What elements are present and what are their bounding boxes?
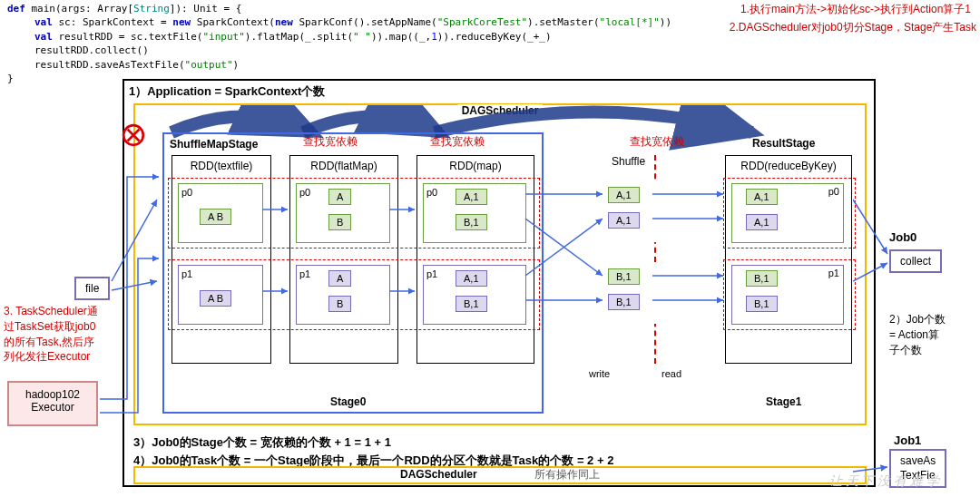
job1-label: Job1 bbox=[894, 434, 921, 447]
cancel-icon bbox=[122, 123, 145, 147]
job-count: 2）Job个数= Action算子个数 bbox=[889, 312, 946, 358]
chip: A,1 bbox=[608, 187, 640, 203]
job0-label: Job0 bbox=[889, 230, 916, 244]
dag-scheduler-box: DAGScheduler 查找宽依赖 查找宽依赖 查找宽依赖 ShuffleMa… bbox=[133, 103, 867, 425]
rdd-rbk-title: RDD(reduceByKey) bbox=[726, 156, 851, 177]
note-1: 1.执行main方法->初始化sc->执行到Action算子1 bbox=[740, 2, 971, 17]
task-0-1 bbox=[168, 259, 540, 330]
shuffle-title: Shuffle bbox=[612, 155, 645, 168]
task-1-1 bbox=[723, 259, 856, 330]
collect-box: collect bbox=[889, 249, 942, 273]
sms-title: ShuffleMapStage bbox=[170, 138, 258, 151]
write-label: write bbox=[589, 368, 610, 379]
task-0-0 bbox=[168, 178, 540, 248]
chip: A,1 bbox=[608, 212, 640, 229]
dep-label-3: 查找宽依赖 bbox=[630, 134, 684, 150]
executor-box: hadoop102Executor bbox=[7, 381, 98, 426]
file-box: file bbox=[74, 277, 110, 300]
dag-scheduler-box-2: DAGScheduler 所有操作同上 bbox=[133, 466, 867, 484]
rdd-fm-title: RDD(flatMap) bbox=[290, 156, 397, 177]
watermark: 让 天 下 没 有 难 学 bbox=[829, 473, 939, 490]
rdd-tf-title: RDD(textfile) bbox=[172, 156, 270, 177]
rdd-map-title: RDD(map) bbox=[417, 156, 534, 177]
shuffle-p0: A,1 A,1 bbox=[589, 182, 689, 242]
note-2: 2.DAGScheduler对job0切分Stage，Stage产生Task bbox=[730, 20, 976, 35]
main-diagram: 1）Application = SparkContext个数 DAGSchedu… bbox=[122, 79, 876, 487]
task-1-0 bbox=[723, 178, 856, 248]
dag-extra: 所有操作同上 bbox=[534, 468, 600, 481]
title-3: 3）Job0的Stage个数 = 宽依赖的个数 + 1 = 1 + 1 bbox=[133, 434, 391, 451]
note-3: 3. TaskScheduler通过TaskSet获取job0的所有Task,然… bbox=[4, 304, 98, 365]
stage1-label: Stage1 bbox=[766, 395, 801, 408]
read-label: read bbox=[662, 368, 681, 379]
dag-label-2: DAGScheduler bbox=[400, 468, 477, 481]
shuffle-p1: B,1 B,1 bbox=[589, 264, 689, 324]
stage0-label: Stage0 bbox=[330, 395, 366, 408]
result-stage-title: ResultStage bbox=[752, 137, 815, 150]
chip: B,1 bbox=[608, 268, 640, 285]
chip: B,1 bbox=[608, 294, 640, 310]
title-application: 1）Application = SparkContext个数 bbox=[129, 83, 325, 100]
dag-title: DAGScheduler bbox=[458, 104, 543, 117]
